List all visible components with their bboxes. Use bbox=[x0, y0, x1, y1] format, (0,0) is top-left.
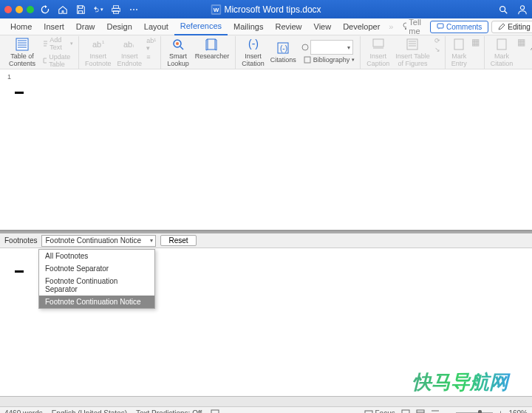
tab-layout[interactable]: Layout bbox=[138, 18, 174, 35]
dropdown-item[interactable]: All Footnotes bbox=[39, 250, 154, 262]
svg-text:W: W bbox=[214, 7, 219, 13]
more-icon[interactable]: ⋯ bbox=[129, 4, 139, 15]
chevrons-icon: » bbox=[389, 22, 393, 31]
tab-insert[interactable]: Insert bbox=[38, 18, 70, 35]
tab-references[interactable]: References bbox=[174, 18, 228, 35]
svg-text:(-): (-) bbox=[280, 44, 287, 52]
update-table-button[interactable]: Update Table bbox=[40, 52, 75, 69]
editing-button[interactable]: Editing▾ bbox=[491, 21, 532, 33]
insert-endnote-button[interactable]: abi Insert Endnote bbox=[115, 35, 146, 69]
tab-developer[interactable]: Developer bbox=[337, 18, 386, 35]
close-icon[interactable] bbox=[4, 6, 12, 13]
citations-button[interactable]: (-) Citations bbox=[267, 39, 299, 66]
focus-icon bbox=[364, 410, 373, 414]
view-outline-icon[interactable] bbox=[431, 409, 440, 414]
language-status[interactable]: English (United States) bbox=[52, 409, 127, 413]
tab-mailings[interactable]: Mailings bbox=[228, 18, 269, 35]
svg-rect-0 bbox=[114, 5, 119, 8]
svg-text:(-): (-) bbox=[248, 38, 259, 50]
footnote-icon: ab1 bbox=[91, 37, 106, 52]
focus-mode[interactable]: Focus bbox=[364, 409, 395, 413]
insert-citation-button[interactable]: (-) Insert Citation bbox=[239, 35, 267, 69]
zoom-in[interactable]: + bbox=[499, 409, 503, 413]
mark-entry-button[interactable]: Mark Entry bbox=[449, 35, 470, 69]
pencil-icon bbox=[498, 23, 505, 30]
toc-icon bbox=[15, 37, 30, 52]
ribbon-group-citations: (-) Insert Citation (-) Citations Biblio… bbox=[236, 36, 361, 69]
style-icon bbox=[301, 44, 309, 51]
bibliography-button[interactable]: Bibliography▾ bbox=[301, 55, 358, 64]
text-predictions-status[interactable]: Text Predictions: Off bbox=[136, 409, 202, 413]
insert-footnote-button[interactable]: ab1 Insert Footnote bbox=[82, 35, 115, 69]
minimize-icon[interactable] bbox=[16, 6, 23, 13]
svg-text:ab: ab bbox=[92, 40, 101, 49]
print-icon[interactable] bbox=[111, 4, 121, 15]
window-controls bbox=[4, 6, 34, 13]
status-bar: 4460 words English (United States) Text … bbox=[0, 406, 532, 413]
svg-rect-23 bbox=[373, 39, 383, 47]
svg-rect-9 bbox=[437, 24, 443, 28]
insert-caption-button[interactable]: Insert Caption bbox=[364, 35, 392, 69]
style-selector[interactable] bbox=[310, 40, 353, 55]
page-number: 1 bbox=[7, 73, 11, 81]
footnote-view-dropdown[interactable]: Footnote Continuation Notice bbox=[41, 235, 156, 247]
show-notes-icon[interactable]: ≡ bbox=[146, 53, 156, 61]
update-icon bbox=[42, 57, 47, 64]
tab-home[interactable]: Home bbox=[4, 18, 38, 35]
insert-index-icon[interactable]: ▦ bbox=[471, 37, 480, 47]
svg-rect-24 bbox=[407, 39, 417, 50]
tab-review[interactable]: Review bbox=[269, 18, 307, 35]
svg-rect-29 bbox=[402, 410, 409, 414]
document-area[interactable]: 1 bbox=[0, 69, 532, 231]
dropdown-item-selected[interactable]: Footnote Continuation Notice bbox=[39, 296, 154, 308]
tab-view[interactable]: View bbox=[308, 18, 338, 35]
svg-rect-30 bbox=[417, 410, 424, 414]
titlebar-right bbox=[498, 4, 528, 15]
account-icon[interactable] bbox=[517, 4, 528, 15]
figures-icon bbox=[405, 37, 420, 52]
footnote-text-mark bbox=[15, 270, 24, 273]
svg-point-8 bbox=[403, 23, 406, 27]
svg-text:1: 1 bbox=[102, 40, 105, 44]
footnotes-label: Footnotes bbox=[4, 236, 37, 245]
reset-button[interactable]: Reset bbox=[160, 235, 196, 246]
view-web-icon[interactable] bbox=[416, 409, 425, 414]
bulb-icon bbox=[402, 22, 406, 31]
dropdown-item[interactable]: Footnote Separator bbox=[39, 262, 154, 275]
status-bar-top bbox=[0, 396, 532, 406]
table-of-contents-button[interactable]: Table of Contents bbox=[6, 35, 38, 69]
mark-citation-icon bbox=[494, 37, 509, 52]
undo-icon[interactable]: ▾ bbox=[93, 4, 103, 15]
ribbon-group-research: Smart Lookup Researcher bbox=[161, 36, 236, 69]
view-print-icon[interactable] bbox=[401, 409, 410, 414]
autosave-icon[interactable] bbox=[40, 4, 50, 15]
next-footnote-icon[interactable]: ab¹ ▾ bbox=[146, 37, 156, 52]
macro-icon[interactable] bbox=[211, 409, 219, 414]
update-figures-icon[interactable]: ⟳ bbox=[434, 37, 440, 44]
caption-icon bbox=[371, 37, 386, 52]
tab-draw[interactable]: Draw bbox=[70, 18, 101, 35]
tab-design[interactable]: Design bbox=[101, 18, 138, 35]
insert-authorities-icon[interactable]: ▦ bbox=[517, 37, 525, 47]
researcher-button[interactable]: Researcher bbox=[192, 35, 233, 69]
comments-button[interactable]: Comments bbox=[430, 21, 488, 33]
svg-text:ab: ab bbox=[123, 40, 132, 49]
home-icon[interactable] bbox=[58, 4, 68, 15]
search-icon[interactable] bbox=[498, 4, 508, 15]
zoom-level[interactable]: 160% bbox=[508, 409, 528, 413]
save-icon[interactable] bbox=[75, 4, 86, 15]
footnote-toolbar: Footnotes Footnote Continuation Notice R… bbox=[0, 233, 532, 248]
dropdown-item[interactable]: Footnote Continuation Separator bbox=[39, 275, 154, 296]
tell-me[interactable]: Tell me bbox=[396, 18, 430, 35]
svg-rect-10 bbox=[16, 38, 28, 50]
maximize-icon[interactable] bbox=[27, 6, 34, 13]
word-count[interactable]: 4460 words bbox=[4, 409, 43, 413]
qat: ▾ ⋯ bbox=[40, 4, 139, 15]
cross-ref-icon[interactable]: ↘ bbox=[434, 46, 440, 53]
ribbon-group-toc: Table of Contents Add Text▾ Update Table bbox=[3, 36, 79, 69]
smart-lookup-button[interactable]: Smart Lookup bbox=[164, 35, 192, 69]
add-text-button[interactable]: Add Text▾ bbox=[40, 35, 75, 52]
mark-citation-button[interactable]: Mark Citation bbox=[488, 35, 516, 69]
zoom-out[interactable]: − bbox=[446, 409, 450, 413]
insert-figures-button[interactable]: Insert Table of Figures bbox=[392, 35, 432, 69]
